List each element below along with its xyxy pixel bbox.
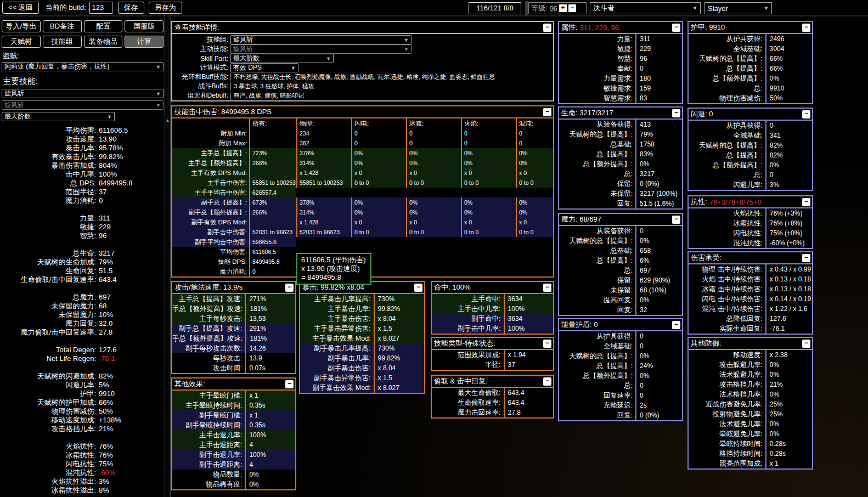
panel-title: 闪避: 0 (691, 109, 713, 119)
stat-row: 智慧:96 (559, 54, 682, 64)
table-cell: 596655.6 (249, 237, 296, 247)
minimize-button[interactable]: − (543, 340, 551, 348)
stat-row: 主手击中几率:100% (432, 304, 553, 314)
minimize-button[interactable]: − (802, 198, 810, 206)
table-cell: 0 (461, 128, 516, 138)
stat-value: 229 (96, 223, 111, 231)
minimize-button[interactable]: − (543, 377, 551, 386)
stat-row: 智慧需求:83 (559, 93, 682, 103)
stat-value: 82% (96, 372, 113, 381)
panel-title: 属性: (561, 22, 578, 32)
panel-title: 技能类型-特殊状态: (434, 338, 495, 348)
main-skill-dropdown-1[interactable]: 旋风斩▼ (2, 100, 164, 110)
stat-label: 总【额外提高】: (689, 74, 766, 83)
stat-value: 643.4 (505, 398, 525, 408)
stat-label: 主手暴击异常伤害: (300, 324, 375, 334)
dropdown-value: 旋风斩 (4, 100, 24, 110)
class-dropdown[interactable]: 决斗者 ▼ (590, 2, 701, 14)
minimize-button[interactable]: − (543, 24, 551, 32)
table-cell: 0% (351, 207, 406, 217)
stat-label: 暴击伤害加成: (2, 161, 96, 170)
stat-label: 冰霜 击中/持续伤害: (689, 284, 766, 294)
table-cell: 0 (461, 138, 516, 148)
stat-row: 主手暴击几率:99.82% (300, 304, 424, 314)
minimize-button[interactable]: − (802, 24, 810, 32)
skill-detail-dropdown-3[interactable]: 有效 DPS▼ (230, 63, 298, 72)
skill-detail-dropdown-0[interactable]: 旋风斩▼ (230, 35, 412, 44)
stat-row: 总【提高】:6% (559, 256, 682, 266)
table-cell: 723% (249, 148, 296, 158)
nav-button-1[interactable]: BD备注 (43, 20, 82, 32)
stat-row: 主手晕眩门槛:x 1 (172, 391, 295, 400)
tab-button-0[interactable]: 天赋树 (2, 36, 41, 48)
stat-row: 手总【额外提高】攻速:181% (172, 334, 295, 343)
main-skill-dropdown-0[interactable]: 旋风斩▼ (2, 89, 164, 98)
stat-value: 3634 (505, 314, 523, 324)
stat-row: 冰霜 击中/持续伤害:x 0.13 / x 0.18 (689, 284, 812, 294)
table-cell (249, 128, 296, 138)
table-cell: 673% (249, 197, 296, 207)
bandit-dropdown[interactable]: 阿莉亚 (魔力回复，暴击伤害，抗性) ▼ (2, 62, 164, 71)
stat-label: 未保留: (559, 189, 636, 199)
stat-row: 副手暴击伤害:x 8.04 (300, 363, 424, 373)
minimize-button[interactable]: − (802, 254, 810, 262)
build-name-input[interactable]: 123 (89, 2, 112, 14)
stat-label: 未保留的魔力: (2, 302, 96, 310)
stat-value: 2496 (766, 34, 785, 44)
stat-label: 敏捷需求: (559, 83, 636, 93)
sidebar-scrollbar[interactable]: ▲ (165, 18, 171, 497)
skill-detail-dropdown-1[interactable]: 旋风斩▼ (230, 44, 412, 54)
table-cell: x 1.428 (296, 217, 351, 227)
minimize-button[interactable]: − (672, 109, 680, 117)
table-row: 主手击中伤害:55851 to 10025355851 to 1002530 t… (172, 178, 553, 188)
level-decrease-button[interactable]: − (568, 4, 576, 12)
level-increase-button[interactable]: + (559, 4, 567, 12)
minimize-button[interactable]: − (285, 284, 294, 292)
back-button[interactable]: << 返回 (2, 2, 39, 14)
stat-label: 回复: (559, 305, 636, 315)
stat-label: 火焰抗性: (2, 442, 96, 451)
level-value[interactable]: 96 (550, 4, 557, 13)
tab-button-1[interactable]: 技能组 (43, 36, 82, 48)
stat-value: 68 (96, 302, 106, 310)
stat-label: 副手晕眩门槛: (172, 410, 246, 420)
minimize-button[interactable]: − (802, 340, 810, 348)
dropdown-value: 最大阶数 (233, 54, 260, 63)
skill-details-panel: 查看技能详情: − 技能组:旋风斩▼主动技能:旋风斩▼Skill Part:最大… (171, 21, 554, 101)
stat-value: 0% (766, 429, 779, 439)
panel-header: 偷取 & 击中回复:− (432, 376, 553, 388)
minimize-button[interactable]: − (414, 284, 422, 292)
tab-button-2[interactable]: 装备物品 (84, 36, 123, 48)
skill-detail-dropdown-2[interactable]: 最大阶数▼ (230, 54, 334, 63)
nav-button-0[interactable]: 导入/导出 (2, 20, 41, 32)
minimize-button[interactable]: − (543, 284, 551, 292)
stat-label: 总【额外提高】: (559, 159, 636, 169)
stat-value: 99.82% (375, 353, 401, 363)
main-skill-dropdown-2[interactable]: 最大阶数▼ (2, 112, 115, 121)
stat-value: 0% (636, 295, 649, 305)
minimize-button[interactable]: − (672, 321, 680, 329)
table-row: 主手有效 DPS Mod:x 1.428x 0x 0x 0x 0 (172, 168, 553, 178)
minimize-button[interactable]: − (672, 24, 680, 32)
minimize-button[interactable]: − (285, 380, 294, 388)
minimize-button[interactable]: − (672, 216, 680, 224)
stat-label: 从护具获得: (689, 34, 766, 44)
nav-button-2[interactable]: 配置 (84, 20, 123, 32)
ascendancy-dropdown[interactable]: Slayer ▼ (704, 2, 772, 14)
stat-label: 主手晕眩持续时间: (172, 400, 246, 410)
stat-row: 天赋树的总【提高】:0% (559, 236, 682, 246)
scroll-up-icon[interactable]: ▲ (165, 117, 170, 124)
save-button[interactable]: 保存 (118, 2, 144, 14)
nav-button-3[interactable]: 国服版 (125, 20, 164, 32)
stat-value: 13.53 (246, 314, 266, 324)
table-cell: 0 (406, 138, 461, 148)
stat-value: 51.5 (1.6%) (636, 199, 674, 208)
minimize-button[interactable]: − (802, 110, 810, 118)
tab-button-3[interactable]: 计算 (125, 36, 164, 48)
minimize-button[interactable]: − (543, 108, 551, 116)
stat-label: 主手每秒攻击: (172, 314, 246, 324)
column-header: 火焰: (461, 118, 516, 128)
table-cell: 0% (351, 158, 406, 168)
sidebar-stat: 冰霜抗性溢出:8% (2, 486, 164, 495)
save-as-button[interactable]: 另存为 (149, 2, 182, 14)
